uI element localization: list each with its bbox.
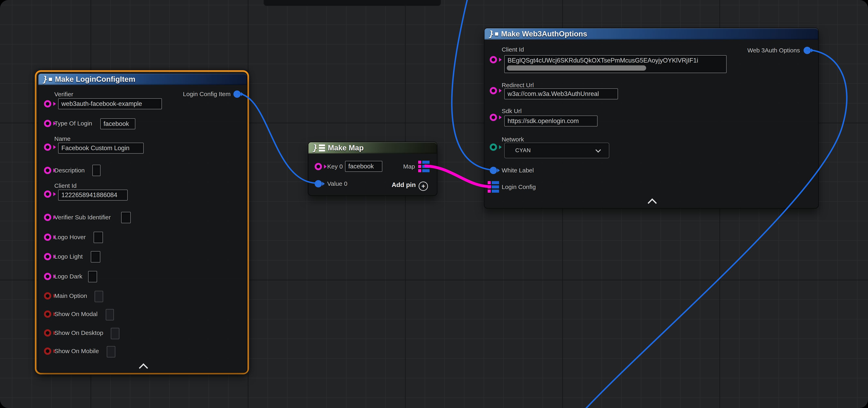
- output-pin-map[interactable]: [418, 161, 430, 172]
- network-dropdown[interactable]: CYAN: [504, 143, 609, 158]
- network-selected-value: CYAN: [515, 147, 531, 154]
- collapse-node-chevron[interactable]: [139, 363, 148, 372]
- output-pin-label-map: Map: [382, 163, 415, 170]
- pin-label-logo-dark: Logo Dark: [54, 273, 82, 280]
- make-map-icon: }: [313, 143, 325, 152]
- input-pin-verifier-sub-identifier[interactable]: [44, 214, 51, 221]
- sdk-url-input[interactable]: https://sdk.openlogin.com: [504, 115, 597, 127]
- input-pin-value-0[interactable]: [315, 180, 322, 188]
- input-pin-verifier[interactable]: [44, 100, 51, 107]
- input-pin-logo-hover[interactable]: [44, 234, 51, 241]
- show-on-mobile-checkbox[interactable]: [107, 346, 115, 358]
- circle-plus-icon: +: [418, 181, 428, 191]
- client-id-scrollbar[interactable]: [507, 65, 646, 71]
- pin-label-client-id: Client Id: [502, 46, 524, 53]
- pin-label-logo-light: Logo Light: [54, 253, 83, 260]
- node-title: Make Web3AuthOptions: [501, 30, 587, 38]
- show-on-modal-checkbox[interactable]: [106, 309, 114, 320]
- pin-label-type-of-login: Type Of Login: [54, 120, 92, 127]
- input-pin-description[interactable]: [44, 167, 51, 174]
- input-pin-logo-dark[interactable]: [44, 273, 51, 280]
- logo-dark-input[interactable]: [88, 271, 97, 282]
- collapse-node-chevron[interactable]: [648, 198, 657, 207]
- pin-label-key-0: Key 0: [327, 163, 343, 170]
- input-pin-white-label[interactable]: [490, 167, 497, 174]
- add-pin-button[interactable]: Add pin+: [392, 181, 428, 191]
- input-pin-sdk-url[interactable]: [490, 114, 497, 121]
- pin-label-value-0: Value 0: [327, 180, 347, 187]
- chevron-down-icon: [595, 147, 601, 152]
- pin-label-verifier: Verifier: [54, 91, 73, 98]
- node-make-map[interactable]: } Make Map Key 0 facebook Map Value 0 Ad…: [308, 142, 437, 196]
- input-pin-login-config[interactable]: [488, 181, 499, 193]
- blueprint-graph-canvas[interactable]: } Make LoginConfigItem Login Config Item…: [0, 0, 868, 408]
- node-header[interactable]: } Make Map: [308, 142, 437, 154]
- input-pin-client-id[interactable]: [490, 56, 497, 63]
- input-pin-client-id[interactable]: [44, 191, 51, 198]
- input-pin-network[interactable]: [490, 143, 497, 151]
- add-pin-label: Add pin: [392, 181, 416, 189]
- show-on-desktop-checkbox[interactable]: [111, 328, 119, 339]
- input-pin-show-on-modal[interactable]: [44, 310, 51, 318]
- pin-label-white-label: White Label: [502, 167, 534, 174]
- main-option-checkbox[interactable]: [95, 291, 103, 302]
- type-of-login-input[interactable]: facebook: [100, 118, 135, 129]
- logo-hover-input[interactable]: [94, 232, 103, 243]
- input-pin-main-option[interactable]: [44, 292, 51, 300]
- pin-label-redirect-url: Redirect Url: [502, 82, 534, 89]
- client-id-input[interactable]: 1222658941886084: [58, 190, 128, 201]
- pin-label-network: Network: [502, 136, 524, 143]
- input-pin-show-on-desktop[interactable]: [44, 329, 51, 337]
- input-pin-logo-light[interactable]: [44, 253, 51, 260]
- description-input[interactable]: [92, 165, 100, 176]
- node-make-loginconfigitem[interactable]: } Make LoginConfigItem Login Config Item…: [38, 73, 247, 373]
- wire-loginconfigitem-to-value0[interactable]: [238, 94, 316, 183]
- pin-label-show-on-modal: Show On Modal: [54, 311, 97, 317]
- offscreen-node-fragment[interactable]: [264, 0, 441, 6]
- pin-label-show-on-mobile: Show On Mobile: [54, 348, 99, 354]
- output-pin-web3auth-options[interactable]: [804, 47, 811, 54]
- pin-label-verifier-sub-identifier: Verifier Sub Identifier: [54, 214, 111, 221]
- verifier-input[interactable]: web3auth-facebook-example: [58, 98, 162, 109]
- name-input[interactable]: Facebook Custom Login: [58, 143, 144, 154]
- pin-label-logo-hover: Logo Hover: [54, 234, 86, 241]
- input-pin-type-of-login[interactable]: [44, 120, 51, 127]
- make-struct-icon: }: [489, 29, 498, 39]
- pin-label-show-on-desktop: Show On Desktop: [54, 330, 103, 336]
- output-pin-label: Login Config Item: [150, 91, 230, 98]
- pin-label-login-config: Login Config: [502, 183, 536, 191]
- pin-label-client-id: Client Id: [54, 182, 76, 189]
- input-pin-key-0[interactable]: [315, 163, 322, 170]
- verifier-sub-identifier-input[interactable]: [121, 212, 131, 223]
- node-header[interactable]: } Make LoginConfigItem: [38, 74, 247, 85]
- logo-light-input[interactable]: [91, 251, 100, 263]
- pin-label-main-option: Main Option: [54, 293, 87, 299]
- key-0-input[interactable]: facebook: [345, 161, 382, 172]
- pin-label-description: Description: [54, 167, 85, 174]
- node-make-web3authoptions[interactable]: } Make Web3AuthOptions Web 3Auth Options…: [484, 28, 819, 209]
- node-header[interactable]: } Make Web3AuthOptions: [485, 28, 818, 40]
- input-pin-name[interactable]: [44, 143, 51, 151]
- pin-label-name: Name: [54, 135, 70, 142]
- node-title: Make Map: [328, 144, 364, 152]
- input-pin-show-on-mobile[interactable]: [44, 347, 51, 355]
- output-pin-label: Web 3Auth Options: [715, 47, 800, 54]
- input-pin-redirect-url[interactable]: [490, 87, 497, 94]
- pin-label-sdk-url: Sdk Url: [502, 108, 522, 114]
- make-struct-icon: }: [43, 75, 52, 84]
- output-pin-login-config-item[interactable]: [234, 91, 241, 98]
- redirect-url-input[interactable]: w3a://com.w3a.Web3AuthUnreal: [504, 89, 618, 99]
- node-title: Make LoginConfigItem: [55, 75, 135, 83]
